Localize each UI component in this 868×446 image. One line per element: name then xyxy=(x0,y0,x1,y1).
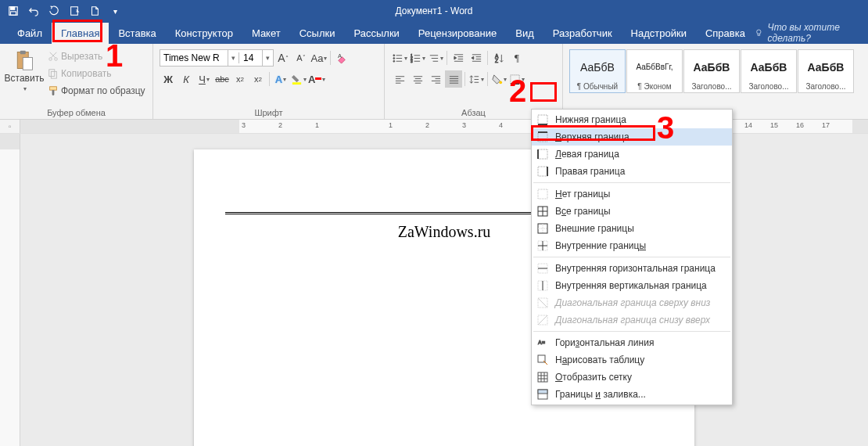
tab-insert[interactable]: Вставка xyxy=(109,23,165,44)
paste-button[interactable]: Вставить ▾ xyxy=(3,46,45,107)
italic-button[interactable]: К xyxy=(178,70,195,88)
show-marks-button[interactable]: ¶ xyxy=(508,49,525,67)
change-case-button[interactable]: Aa▾ xyxy=(310,49,328,67)
tab-file[interactable]: Файл xyxy=(8,23,52,44)
menu-item-right-border[interactable]: Правая граница xyxy=(532,163,732,180)
align-left-button[interactable] xyxy=(391,70,408,88)
increase-indent-button[interactable] xyxy=(468,49,485,67)
style-item[interactable]: АаБбВ¶ Обычный xyxy=(569,49,626,93)
strikethrough-button[interactable]: abc xyxy=(213,70,231,88)
highlight-icon xyxy=(291,74,303,85)
bucket-icon xyxy=(491,74,503,85)
menu-item-left-border[interactable]: Левая граница xyxy=(532,146,732,163)
tab-view[interactable]: Вид xyxy=(506,23,543,44)
line-spacing-button[interactable]: ▾ xyxy=(468,70,485,88)
highlight-button[interactable]: ▾ xyxy=(290,70,307,88)
style-item[interactable]: АаБбВвГг,¶ Эконом xyxy=(626,49,683,93)
bullets-button[interactable]: ▾ xyxy=(391,49,408,67)
font-name-combo[interactable]: ▾ ▾ xyxy=(160,49,274,67)
menu-item-inside-vertical[interactable]: Внутренняя вертикальная граница xyxy=(532,277,732,294)
tab-addins[interactable]: Надстройки xyxy=(622,23,696,44)
border-inside-h-icon xyxy=(536,262,549,275)
tab-layout[interactable]: Макет xyxy=(242,23,290,44)
grow-font-button[interactable]: A˄ xyxy=(274,49,292,67)
svg-text:3: 3 xyxy=(411,59,413,63)
document-text[interactable]: ZaWindows.ru xyxy=(398,223,491,241)
group-label-font: Шрифт xyxy=(156,107,381,119)
subscript-button[interactable]: x2 xyxy=(231,70,249,88)
svg-text:A: A xyxy=(337,52,341,59)
font-size-input[interactable] xyxy=(239,52,262,63)
svg-rect-28 xyxy=(538,167,547,176)
underline-button[interactable]: Ч▾ xyxy=(195,70,213,88)
decrease-indent-button[interactable] xyxy=(450,49,467,67)
styles-gallery[interactable]: АаБбВ¶ Обычный АаБбВвГг,¶ Эконом АаБбВЗа… xyxy=(569,49,854,107)
font-name-input[interactable] xyxy=(160,52,228,63)
tab-home[interactable]: Главная xyxy=(52,23,109,44)
menu-item-view-gridlines[interactable]: Отобразить сетку xyxy=(532,369,732,386)
tab-developer[interactable]: Разработчик xyxy=(543,23,622,44)
tab-design[interactable]: Конструктор xyxy=(166,23,242,44)
menu-item-outside-borders[interactable]: Внешние границы xyxy=(532,220,732,237)
svg-rect-14 xyxy=(292,82,301,85)
superscript-button[interactable]: x2 xyxy=(249,70,267,88)
style-item[interactable]: АаБбВЗаголово... xyxy=(741,49,797,93)
bold-button[interactable]: Ж xyxy=(160,70,177,88)
svg-rect-26 xyxy=(538,132,547,142)
svg-point-4 xyxy=(757,30,761,34)
menu-item-draw-table[interactable]: Нарисовать таблицу xyxy=(532,351,732,369)
borders-button[interactable]: ▾ xyxy=(508,70,525,88)
tell-me-search[interactable]: Что вы хотите сделать? xyxy=(755,22,868,44)
ruler-horizontal: ▫ 32112345678 14151617 xyxy=(0,120,868,134)
borders-dropdown-menu: Нижняя граница Верхняя граница Левая гра… xyxy=(531,109,733,405)
menu-item-inside-horizontal[interactable]: Внутренняя горизонтальная граница xyxy=(532,260,732,277)
align-center-button[interactable] xyxy=(409,70,426,88)
menu-item-bottom-border[interactable]: Нижняя граница xyxy=(532,111,732,128)
menu-item-inside-borders[interactable]: Внутренние границы xyxy=(532,237,732,254)
redo-icon[interactable] xyxy=(45,2,63,20)
chevron-down-icon[interactable]: ▾ xyxy=(262,50,273,66)
quick-print-icon[interactable] xyxy=(66,2,83,20)
group-paragraph: ▾ 123▾ ▾ AZ ¶ ▾ ▾ ▾ Абза xyxy=(385,44,563,119)
undo-icon[interactable] xyxy=(25,2,42,20)
multilevel-list-button[interactable]: ▾ xyxy=(427,49,444,67)
borders-icon xyxy=(509,74,521,85)
format-painter-button[interactable]: Формат по образцу xyxy=(45,82,148,99)
copy-button[interactable]: Копировать xyxy=(45,65,148,82)
customize-qat-icon[interactable]: ▾ xyxy=(106,2,124,20)
tab-review[interactable]: Рецензирование xyxy=(409,23,506,44)
justify-button[interactable] xyxy=(445,70,462,88)
text-effects-button[interactable]: A▾ xyxy=(272,70,289,88)
gridlines-icon xyxy=(536,371,549,383)
chevron-down-icon[interactable]: ▾ xyxy=(228,50,239,66)
tab-mailings[interactable]: Рассылки xyxy=(344,23,408,44)
style-item[interactable]: АаБбВЗаголово... xyxy=(798,49,854,93)
menu-item-borders-shading[interactable]: Границы и заливка... xyxy=(532,386,732,403)
svg-rect-3 xyxy=(71,7,78,16)
svg-text:A≡: A≡ xyxy=(538,340,545,345)
svg-rect-6 xyxy=(20,51,26,54)
svg-point-9 xyxy=(55,58,58,61)
menu-item-all-borders[interactable]: Все границы xyxy=(532,203,732,220)
shading-button[interactable]: ▾ xyxy=(490,70,508,88)
style-item[interactable]: АаБбВЗаголово... xyxy=(683,49,740,93)
tell-me-label: Что вы хотите сделать? xyxy=(768,22,857,44)
numbering-button[interactable]: 123▾ xyxy=(409,49,426,67)
cut-button[interactable]: Вырезать xyxy=(45,48,148,65)
tab-help[interactable]: Справка xyxy=(696,23,755,44)
border-diag-down-icon xyxy=(536,297,549,309)
clear-formatting-button[interactable]: A xyxy=(333,49,350,67)
menu-item-no-border[interactable]: Нет границы xyxy=(532,185,732,203)
svg-text:Z: Z xyxy=(494,58,497,63)
menu-item-diagonal-up: Диагональная граница снизу вверх xyxy=(532,311,732,329)
new-doc-icon[interactable] xyxy=(86,2,103,20)
tab-references[interactable]: Ссылки xyxy=(290,23,345,44)
align-right-button[interactable] xyxy=(427,70,444,88)
sort-button[interactable]: AZ xyxy=(490,49,508,67)
font-color-button[interactable]: A▾ xyxy=(308,70,325,88)
menu-item-horizontal-line[interactable]: A≡Горизонтальная линия xyxy=(532,334,732,351)
justify-icon xyxy=(448,74,460,85)
shrink-font-button[interactable]: A˅ xyxy=(292,49,310,67)
menu-item-top-border[interactable]: Верхняя граница xyxy=(532,128,732,146)
save-icon[interactable] xyxy=(5,2,22,20)
